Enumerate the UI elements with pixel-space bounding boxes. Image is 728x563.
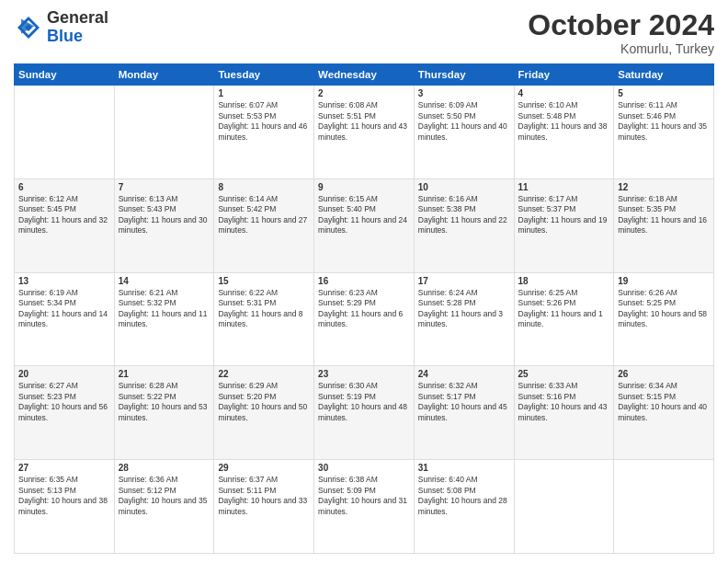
day-cell: 31Sunrise: 6:40 AM Sunset: 5:08 PM Dayli… (414, 460, 514, 554)
day-cell: 15Sunrise: 6:22 AM Sunset: 5:31 PM Dayli… (214, 272, 314, 366)
week-row-3: 13Sunrise: 6:19 AM Sunset: 5:34 PM Dayli… (15, 272, 714, 366)
day-number: 20 (18, 369, 110, 379)
day-info: Sunrise: 6:14 AM Sunset: 5:42 PM Dayligh… (218, 194, 310, 236)
month-title: October 2024 (528, 9, 714, 41)
day-info: Sunrise: 6:32 AM Sunset: 5:17 PM Dayligh… (418, 381, 510, 423)
day-cell: 21Sunrise: 6:28 AM Sunset: 5:22 PM Dayli… (114, 366, 214, 460)
weekday-header-friday: Friday (514, 64, 614, 86)
day-number: 4 (518, 88, 610, 98)
day-info: Sunrise: 6:37 AM Sunset: 5:11 PM Dayligh… (218, 475, 310, 517)
day-info: Sunrise: 6:25 AM Sunset: 5:26 PM Dayligh… (518, 288, 610, 330)
day-number: 25 (518, 369, 610, 379)
day-cell: 20Sunrise: 6:27 AM Sunset: 5:23 PM Dayli… (15, 366, 115, 460)
day-info: Sunrise: 6:27 AM Sunset: 5:23 PM Dayligh… (18, 381, 110, 423)
day-cell: 14Sunrise: 6:21 AM Sunset: 5:32 PM Dayli… (114, 272, 214, 366)
day-cell (614, 460, 714, 554)
day-info: Sunrise: 6:21 AM Sunset: 5:32 PM Dayligh… (119, 288, 210, 330)
day-cell (114, 86, 214, 179)
day-cell (514, 460, 614, 554)
day-info: Sunrise: 6:10 AM Sunset: 5:48 PM Dayligh… (518, 100, 610, 143)
weekday-header-monday: Monday (114, 64, 214, 86)
day-cell: 29Sunrise: 6:37 AM Sunset: 5:11 PM Dayli… (214, 460, 314, 554)
day-cell: 17Sunrise: 6:24 AM Sunset: 5:28 PM Dayli… (414, 272, 514, 366)
day-info: Sunrise: 6:07 AM Sunset: 5:53 PM Dayligh… (218, 100, 310, 143)
day-info: Sunrise: 6:16 AM Sunset: 5:38 PM Dayligh… (418, 194, 510, 236)
day-cell: 5Sunrise: 6:11 AM Sunset: 5:46 PM Daylig… (614, 86, 714, 179)
week-row-1: 1Sunrise: 6:07 AM Sunset: 5:53 PM Daylig… (15, 86, 714, 179)
day-info: Sunrise: 6:35 AM Sunset: 5:13 PM Dayligh… (18, 475, 110, 517)
day-info: Sunrise: 6:29 AM Sunset: 5:20 PM Dayligh… (218, 381, 310, 423)
day-info: Sunrise: 6:11 AM Sunset: 5:46 PM Dayligh… (618, 100, 710, 143)
day-cell: 27Sunrise: 6:35 AM Sunset: 5:13 PM Dayli… (15, 460, 115, 554)
day-info: Sunrise: 6:28 AM Sunset: 5:22 PM Dayligh… (119, 381, 210, 423)
calendar-table: SundayMondayTuesdayWednesdayThursdayFrid… (14, 63, 714, 554)
day-number: 6 (18, 182, 110, 192)
day-cell (15, 86, 115, 179)
logo-blue-text: Blue (47, 28, 108, 46)
day-cell: 12Sunrise: 6:18 AM Sunset: 5:35 PM Dayli… (614, 178, 714, 272)
day-cell: 10Sunrise: 6:16 AM Sunset: 5:38 PM Dayli… (414, 178, 514, 272)
day-number: 21 (119, 369, 210, 379)
day-number: 9 (318, 182, 410, 192)
day-number: 3 (418, 88, 510, 98)
day-info: Sunrise: 6:24 AM Sunset: 5:28 PM Dayligh… (418, 288, 510, 330)
day-number: 29 (218, 463, 310, 473)
day-info: Sunrise: 6:18 AM Sunset: 5:35 PM Dayligh… (618, 194, 710, 236)
weekday-header-saturday: Saturday (614, 64, 714, 86)
day-cell: 18Sunrise: 6:25 AM Sunset: 5:26 PM Dayli… (514, 272, 614, 366)
day-number: 24 (418, 369, 510, 379)
week-row-4: 20Sunrise: 6:27 AM Sunset: 5:23 PM Dayli… (15, 366, 714, 460)
week-row-2: 6Sunrise: 6:12 AM Sunset: 5:45 PM Daylig… (15, 178, 714, 272)
day-number: 10 (418, 182, 510, 192)
day-info: Sunrise: 6:13 AM Sunset: 5:43 PM Dayligh… (119, 194, 210, 236)
day-cell: 3Sunrise: 6:09 AM Sunset: 5:50 PM Daylig… (414, 86, 514, 179)
day-info: Sunrise: 6:40 AM Sunset: 5:08 PM Dayligh… (418, 475, 510, 517)
day-cell: 24Sunrise: 6:32 AM Sunset: 5:17 PM Dayli… (414, 366, 514, 460)
day-cell: 23Sunrise: 6:30 AM Sunset: 5:19 PM Dayli… (314, 366, 415, 460)
day-cell: 6Sunrise: 6:12 AM Sunset: 5:45 PM Daylig… (15, 178, 115, 272)
day-number: 28 (119, 463, 210, 473)
day-info: Sunrise: 6:30 AM Sunset: 5:19 PM Dayligh… (318, 381, 410, 423)
day-cell: 13Sunrise: 6:19 AM Sunset: 5:34 PM Dayli… (15, 272, 115, 366)
day-info: Sunrise: 6:09 AM Sunset: 5:50 PM Dayligh… (418, 100, 510, 143)
day-number: 2 (318, 88, 410, 98)
day-number: 19 (618, 276, 710, 286)
day-number: 14 (119, 276, 210, 286)
day-number: 13 (18, 276, 110, 286)
day-info: Sunrise: 6:36 AM Sunset: 5:12 PM Dayligh… (119, 475, 210, 517)
day-info: Sunrise: 6:23 AM Sunset: 5:29 PM Dayligh… (318, 288, 410, 330)
day-number: 5 (618, 88, 710, 98)
week-row-5: 27Sunrise: 6:35 AM Sunset: 5:13 PM Dayli… (15, 460, 714, 554)
day-number: 8 (218, 182, 310, 192)
day-cell: 1Sunrise: 6:07 AM Sunset: 5:53 PM Daylig… (214, 86, 314, 179)
day-info: Sunrise: 6:12 AM Sunset: 5:45 PM Dayligh… (18, 194, 110, 236)
page: General Blue October 2024 Komurlu, Turke… (0, 0, 728, 563)
day-number: 18 (518, 276, 610, 286)
day-info: Sunrise: 6:17 AM Sunset: 5:37 PM Dayligh… (518, 194, 610, 236)
day-number: 27 (18, 463, 110, 473)
day-info: Sunrise: 6:38 AM Sunset: 5:09 PM Dayligh… (318, 475, 410, 517)
day-number: 15 (218, 276, 310, 286)
title-block: October 2024 Komurlu, Turkey (528, 9, 714, 56)
day-cell: 26Sunrise: 6:34 AM Sunset: 5:15 PM Dayli… (614, 366, 714, 460)
day-info: Sunrise: 6:19 AM Sunset: 5:34 PM Dayligh… (18, 288, 110, 330)
day-number: 11 (518, 182, 610, 192)
day-number: 1 (218, 88, 310, 98)
weekday-header-row: SundayMondayTuesdayWednesdayThursdayFrid… (15, 64, 714, 86)
day-info: Sunrise: 6:33 AM Sunset: 5:16 PM Dayligh… (518, 381, 610, 423)
day-number: 26 (618, 369, 710, 379)
day-cell: 7Sunrise: 6:13 AM Sunset: 5:43 PM Daylig… (114, 178, 214, 272)
day-cell: 22Sunrise: 6:29 AM Sunset: 5:20 PM Dayli… (214, 366, 314, 460)
day-number: 31 (418, 463, 510, 473)
day-info: Sunrise: 6:15 AM Sunset: 5:40 PM Dayligh… (318, 194, 410, 236)
day-info: Sunrise: 6:08 AM Sunset: 5:51 PM Dayligh… (318, 100, 410, 143)
day-info: Sunrise: 6:22 AM Sunset: 5:31 PM Dayligh… (218, 288, 310, 330)
day-info: Sunrise: 6:34 AM Sunset: 5:15 PM Dayligh… (618, 381, 710, 423)
day-number: 23 (318, 369, 410, 379)
day-cell: 25Sunrise: 6:33 AM Sunset: 5:16 PM Dayli… (514, 366, 614, 460)
day-cell: 16Sunrise: 6:23 AM Sunset: 5:29 PM Dayli… (314, 272, 415, 366)
day-number: 17 (418, 276, 510, 286)
weekday-header-sunday: Sunday (15, 64, 115, 86)
weekday-header-wednesday: Wednesday (314, 64, 415, 86)
logo: General Blue (14, 9, 108, 46)
